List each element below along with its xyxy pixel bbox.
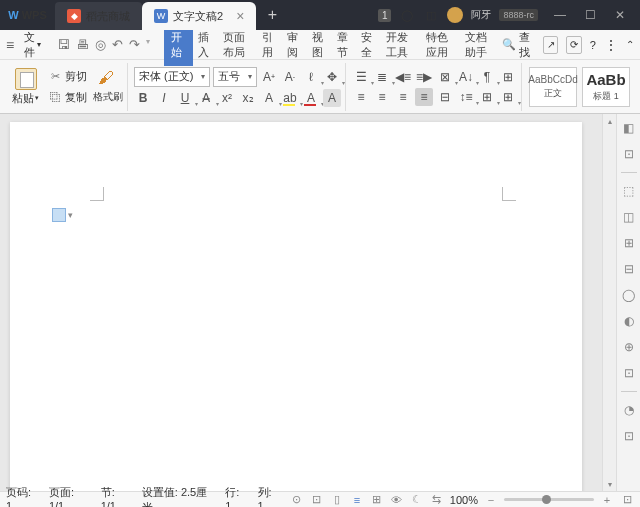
add-icon[interactable]: ⊕: [621, 339, 637, 355]
focus-mode-icon[interactable]: ⊙: [290, 493, 304, 507]
screenshot-icon[interactable]: ⊡: [621, 428, 637, 444]
tool-icon[interactable]: ◐: [621, 313, 637, 329]
share-icon[interactable]: ↗: [543, 36, 559, 54]
format-painter-button[interactable]: 🖌 格式刷: [93, 69, 123, 104]
show-marks-button[interactable]: ¶: [478, 68, 496, 86]
borders-button[interactable]: ⊞: [499, 68, 517, 86]
strike-button[interactable]: A̶: [197, 89, 215, 107]
zoom-value[interactable]: 100%: [450, 494, 478, 506]
close-icon[interactable]: ×: [236, 8, 244, 24]
vertical-scrollbar[interactable]: ▴ ▾: [602, 114, 616, 491]
undo-icon[interactable]: ↶: [112, 37, 123, 52]
close-button[interactable]: ✕: [606, 4, 634, 26]
tab-document[interactable]: W 文字文稿2 ×: [142, 2, 256, 30]
style-normal[interactable]: AaBbCcDd 正文: [529, 67, 577, 107]
status-section[interactable]: 节: 1/1: [101, 485, 132, 508]
skin-icon[interactable]: ◫: [423, 7, 439, 23]
new-tab-button[interactable]: +: [260, 6, 284, 24]
save-icon[interactable]: 🖫: [57, 37, 70, 52]
mindmap-icon[interactable]: ◫: [621, 209, 637, 225]
avatar[interactable]: [447, 7, 463, 23]
panel-settings-icon[interactable]: ⊡: [621, 146, 637, 162]
zoom-slider[interactable]: [504, 498, 594, 501]
sync-icon[interactable]: ⟳: [566, 36, 582, 54]
read-mode-icon[interactable]: ⊡: [310, 493, 324, 507]
status-pages[interactable]: 页面: 1/1: [49, 485, 91, 508]
tab-security[interactable]: 安全: [356, 24, 381, 66]
align-left-button[interactable]: ≡: [352, 88, 370, 106]
tab-special[interactable]: 特色应用: [421, 24, 461, 66]
print-icon[interactable]: 🖶: [76, 37, 89, 52]
tab-section[interactable]: 章节: [332, 24, 357, 66]
clear-format-button[interactable]: ✥: [323, 68, 341, 86]
help-icon[interactable]: ?: [590, 39, 596, 51]
table-border-button[interactable]: ⊞: [499, 88, 517, 106]
status-row[interactable]: 行: 1: [225, 485, 247, 508]
pin-icon[interactable]: ⊡: [621, 365, 637, 381]
search-button[interactable]: 🔍查找: [502, 30, 535, 60]
select-icon[interactable]: ⬚: [621, 183, 637, 199]
comment-icon[interactable]: ◔: [621, 402, 637, 418]
justify-button[interactable]: ≡: [415, 88, 433, 106]
decrease-indent-button[interactable]: ◀≡: [394, 68, 412, 86]
highlight-button[interactable]: ab: [281, 89, 299, 107]
preview-icon[interactable]: ◎: [95, 37, 106, 52]
numbering-button[interactable]: ≣: [373, 68, 391, 86]
panel-toggle-icon[interactable]: ◧: [621, 120, 637, 136]
page[interactable]: ▾: [10, 122, 582, 491]
sort-button[interactable]: A↓: [457, 68, 475, 86]
bold-button[interactable]: B: [134, 89, 152, 107]
print-layout-icon[interactable]: ▯: [330, 493, 344, 507]
arrows-icon[interactable]: ⇆: [430, 493, 444, 507]
qat-more[interactable]: ▾: [146, 37, 150, 52]
zoom-thumb[interactable]: [542, 495, 551, 504]
fit-page-icon[interactable]: ⊡: [620, 493, 634, 507]
scroll-up-icon[interactable]: ▴: [603, 114, 617, 128]
align-right-button[interactable]: ≡: [394, 88, 412, 106]
cut-button[interactable]: ✂剪切: [46, 68, 90, 85]
collapse-ribbon-icon[interactable]: ⌃: [626, 39, 634, 50]
line-spacing-button[interactable]: ↕≡: [457, 88, 475, 106]
minimize-button[interactable]: —: [546, 4, 574, 26]
shading-button[interactable]: ⊞: [478, 88, 496, 106]
increase-indent-button[interactable]: ≡▶: [415, 68, 433, 86]
chart-icon[interactable]: ⊟: [621, 261, 637, 277]
asian-layout-button[interactable]: ⊠: [436, 68, 454, 86]
grow-font-button[interactable]: A+: [260, 68, 278, 86]
night-icon[interactable]: ☾: [410, 493, 424, 507]
tab-view[interactable]: 视图: [307, 24, 332, 66]
text-effects-button[interactable]: A: [260, 89, 278, 107]
hamburger-icon[interactable]: ≡: [6, 37, 14, 53]
copy-button[interactable]: ⿻复制: [46, 89, 90, 106]
style-heading1[interactable]: AaBb 标题 1: [582, 67, 630, 107]
status-page-num[interactable]: 页码: 1: [6, 485, 39, 508]
align-center-button[interactable]: ≡: [373, 88, 391, 106]
subscript-button[interactable]: x₂: [239, 89, 257, 107]
underline-button[interactable]: U: [176, 89, 194, 107]
more-icon[interactable]: ⋮: [604, 37, 618, 53]
redo-icon[interactable]: ↷: [129, 37, 140, 52]
distribute-button[interactable]: ⊟: [436, 88, 454, 106]
template-icon[interactable]: ⊞: [621, 235, 637, 251]
notification-badge[interactable]: 1: [378, 9, 392, 22]
status-col[interactable]: 列: 1: [258, 485, 280, 508]
status-position[interactable]: 设置值: 2.5厘米: [142, 485, 215, 508]
char-shading-button[interactable]: A: [323, 89, 341, 107]
tab-assistant[interactable]: 文档助手: [460, 24, 500, 66]
tab-references[interactable]: 引用: [257, 24, 282, 66]
maximize-button[interactable]: ☐: [576, 4, 604, 26]
zoom-out-button[interactable]: −: [484, 493, 498, 507]
change-case-button[interactable]: ℓ: [302, 68, 320, 86]
outline-icon[interactable]: ⊞: [370, 493, 384, 507]
superscript-button[interactable]: x²: [218, 89, 236, 107]
tab-store[interactable]: ◆ 稻壳商城: [55, 2, 142, 30]
web-layout-icon[interactable]: ≡: [350, 493, 364, 507]
scroll-down-icon[interactable]: ▾: [603, 477, 617, 491]
section-indicator[interactable]: ▾: [52, 208, 73, 222]
shrink-font-button[interactable]: A-: [281, 68, 299, 86]
document-area[interactable]: ▾: [0, 114, 602, 491]
file-menu[interactable]: 文件▾: [18, 28, 47, 62]
animation-icon[interactable]: ◯: [621, 287, 637, 303]
font-size-combo[interactable]: 五号▾: [213, 67, 257, 87]
bullets-button[interactable]: ☰: [352, 68, 370, 86]
